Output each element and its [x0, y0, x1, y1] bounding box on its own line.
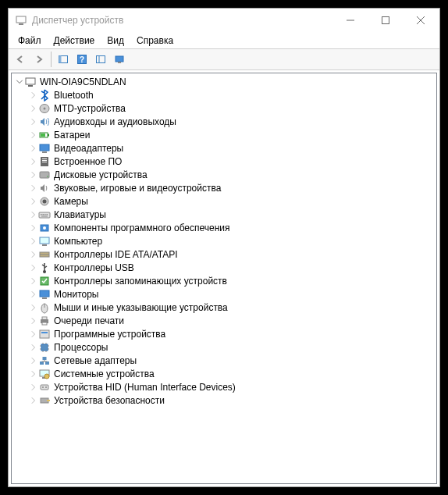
- tree-category[interactable]: Встроенное ПО: [12, 155, 436, 168]
- tree-root[interactable]: WIN-OIA9C5NDLAN: [12, 75, 436, 88]
- mouse-icon: [38, 301, 51, 314]
- chevron-right-icon[interactable]: [29, 237, 38, 246]
- tree-category[interactable]: Процессоры: [12, 340, 436, 354]
- svg-rect-66: [43, 357, 47, 360]
- minimize-button[interactable]: [332, 9, 368, 32]
- tree-category-label: Сетевые адаптеры: [54, 355, 137, 366]
- tree-category[interactable]: Контроллеры USB: [12, 261, 436, 274]
- svg-point-38: [43, 226, 46, 230]
- tree-category-label: Видеоадаптеры: [54, 143, 123, 154]
- hid-icon: [38, 381, 51, 394]
- tree-category[interactable]: Мыши и иные указывающие устройства: [12, 301, 436, 314]
- svg-rect-25: [42, 160, 47, 161]
- tree-category[interactable]: Контроллеры запоминающих устройств: [12, 274, 436, 287]
- chevron-right-icon[interactable]: [29, 316, 38, 326]
- tree-category[interactable]: Клавиатуры: [12, 208, 436, 221]
- tree-category[interactable]: Устройства безопасности: [12, 394, 436, 407]
- chevron-right-icon[interactable]: [29, 276, 38, 286]
- chevron-right-icon[interactable]: [29, 144, 38, 153]
- toolbar-help-button[interactable]: ?: [73, 51, 91, 68]
- svg-rect-24: [42, 158, 47, 159]
- tree-category[interactable]: Видеоадаптеры: [12, 141, 436, 155]
- chevron-right-icon[interactable]: [29, 223, 38, 233]
- chevron-right-icon[interactable]: [29, 396, 38, 405]
- camera-icon: [38, 195, 51, 208]
- svg-rect-32: [41, 214, 42, 215]
- tree-root-label: WIN-OIA9C5NDLAN: [40, 77, 126, 87]
- svg-rect-12: [116, 56, 123, 62]
- maximize-button[interactable]: [368, 9, 403, 32]
- svg-rect-27: [40, 172, 49, 178]
- tree-category[interactable]: Компоненты программного обеспечения: [12, 221, 436, 234]
- tree-category[interactable]: Очереди печати: [12, 314, 436, 327]
- chevron-right-icon[interactable]: [29, 369, 38, 379]
- tree-category[interactable]: Устройства HID (Human Interface Devices): [12, 380, 436, 394]
- tree-category[interactable]: Камеры: [12, 194, 436, 208]
- tree-category[interactable]: Мониторы: [12, 287, 436, 301]
- chevron-right-icon[interactable]: [29, 91, 38, 100]
- toolbar-showhide-button[interactable]: [55, 51, 72, 68]
- svg-rect-72: [41, 385, 48, 390]
- chevron-right-icon[interactable]: [29, 197, 38, 206]
- chevron-right-icon[interactable]: [29, 157, 38, 166]
- svg-rect-15: [28, 85, 33, 87]
- tree-category[interactable]: Батареи: [12, 128, 436, 141]
- chevron-right-icon[interactable]: [29, 356, 38, 365]
- menu-file[interactable]: Файл: [12, 34, 48, 48]
- menu-help[interactable]: Справка: [130, 34, 180, 48]
- menubar: Файл Действие Вид Справка: [9, 32, 439, 48]
- svg-rect-10: [97, 56, 105, 63]
- toolbar-forward-button[interactable]: [30, 51, 48, 68]
- svg-rect-64: [40, 361, 44, 365]
- chevron-right-icon[interactable]: [29, 250, 38, 259]
- close-button[interactable]: [403, 9, 438, 32]
- toolbar-refresh-button[interactable]: [111, 51, 128, 68]
- chevron-right-icon[interactable]: [29, 383, 38, 392]
- usb-icon: [38, 262, 51, 274]
- chevron-right-icon[interactable]: [29, 290, 38, 299]
- svg-rect-1: [19, 23, 23, 25]
- chevron-right-icon[interactable]: [29, 343, 38, 352]
- tree-category[interactable]: Аудиовходы и аудиовыходы: [12, 115, 436, 128]
- tree-category[interactable]: MTD-устройства: [12, 101, 436, 115]
- menu-action[interactable]: Действие: [48, 34, 101, 48]
- tree-category[interactable]: Программные устройства: [12, 327, 436, 340]
- tree-category[interactable]: Системные устройства: [12, 367, 436, 380]
- device-tree[interactable]: WIN-OIA9C5NDLANBluetoothMTD-устройстваАу…: [11, 73, 437, 484]
- cpu-icon: [38, 341, 51, 354]
- chevron-right-icon[interactable]: [29, 303, 38, 312]
- chevron-right-icon[interactable]: [29, 329, 38, 339]
- tree-category-label: Мониторы: [54, 289, 98, 300]
- chevron-right-icon[interactable]: [29, 210, 38, 219]
- tree-category[interactable]: Bluetooth: [12, 88, 436, 101]
- menu-view[interactable]: Вид: [101, 34, 130, 48]
- tree-category-label: Звуковые, игровые и видеоустройства: [54, 183, 221, 194]
- tree-category-label: Встроенное ПО: [54, 156, 122, 167]
- toolbar-properties-button[interactable]: [92, 51, 109, 68]
- chevron-right-icon[interactable]: [29, 104, 38, 113]
- tree-category-label: Батареи: [54, 130, 90, 141]
- tree-category[interactable]: Компьютер: [12, 234, 436, 248]
- tree-category-label: Аудиовходы и аудиовыходы: [54, 116, 176, 127]
- svg-point-73: [42, 386, 44, 388]
- tree-category-label: Процессоры: [54, 342, 108, 353]
- software-icon: [38, 222, 51, 234]
- tree-category-label: Дисковые устройства: [54, 169, 148, 180]
- chevron-right-icon[interactable]: [29, 263, 38, 272]
- svg-rect-3: [382, 17, 389, 24]
- audio-icon: [38, 116, 51, 128]
- tree-category[interactable]: Дисковые устройства: [12, 168, 436, 181]
- svg-rect-7: [59, 56, 62, 63]
- tree-category[interactable]: Звуковые, игровые и видеоустройства: [12, 181, 436, 194]
- chevron-right-icon[interactable]: [29, 170, 38, 180]
- tree-category[interactable]: Контроллеры IDE ATA/ATAPI: [12, 248, 436, 261]
- svg-rect-40: [42, 244, 47, 246]
- chevron-right-icon[interactable]: [29, 117, 38, 126]
- svg-rect-26: [42, 162, 47, 162]
- chevron-right-icon[interactable]: [29, 130, 38, 140]
- tree-category-label: Устройства HID (Human Interface Devices): [54, 382, 236, 393]
- tree-category[interactable]: Сетевые адаптеры: [12, 354, 436, 367]
- chevron-down-icon[interactable]: [15, 77, 24, 87]
- toolbar-back-button[interactable]: [12, 51, 29, 68]
- chevron-right-icon[interactable]: [29, 183, 38, 193]
